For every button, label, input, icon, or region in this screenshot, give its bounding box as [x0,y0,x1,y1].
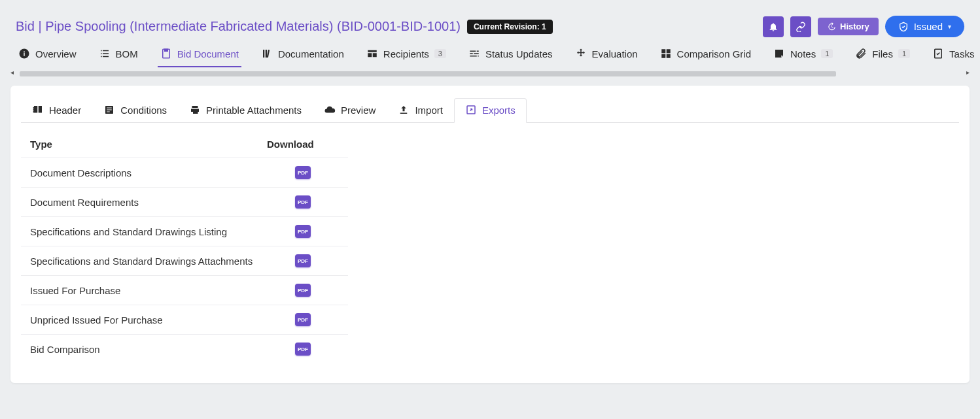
link-icon [796,22,806,32]
book-icon [32,104,44,116]
tab-bom[interactable]: BOM [96,44,141,67]
subtab-exports[interactable]: Exports [454,98,527,123]
sliders-icon [468,48,480,59]
tab-overview[interactable]: Overview [16,44,79,67]
issued-icon [898,22,909,32]
export-download-cell: PDF [267,254,339,267]
tab-status-updates[interactable]: Status Updates [466,44,555,67]
tab-evaluation[interactable]: Evaluation [572,44,640,67]
history-button[interactable]: History [818,18,879,35]
export-row: Unpriced Issued For PurchasePDF [21,305,348,334]
export-table: Type Download Document DescriptionsPDFDo… [21,135,348,363]
note-icon [773,48,785,59]
export-type: Specifications and Standard Drawings Lis… [30,226,267,237]
recipients-count: 3 [434,49,446,58]
tab-files[interactable]: Files 1 [852,44,913,67]
col-type-header: Type [30,139,267,150]
pdf-download-button[interactable]: PDF [295,195,311,209]
export-row: Bid ComparisonPDF [21,334,348,363]
pdf-download-button[interactable]: PDF [295,166,311,179]
revision-badge: Current Revision: 1 [467,20,553,34]
move-icon [575,48,587,59]
export-type: Specifications and Standard Drawings Att… [30,256,267,267]
content-panel: Header Conditions Printable Attachments … [10,86,970,383]
subtab-printable-attachments[interactable]: Printable Attachments [178,98,313,123]
attachment-icon [855,48,867,59]
svg-rect-2 [164,49,167,51]
issued-button[interactable]: Issued ▾ [885,16,964,37]
chevron-down-icon: ▾ [948,23,951,30]
subtab-header[interactable]: Header [21,98,92,123]
library-icon [261,48,273,59]
history-label: History [840,22,869,31]
export-row: Document RequirementsPDF [21,187,348,216]
form-icon [103,104,115,116]
upload-icon [398,104,410,116]
page-title: Bid | Pipe Spooling (Intermediate Fabric… [16,19,461,34]
export-type: Document Descriptions [30,167,267,178]
printer-icon [189,104,201,116]
issued-label: Issued [914,21,943,32]
export-download-cell: PDF [267,225,339,238]
export-table-header: Type Download [21,135,348,158]
export-icon [465,104,477,116]
cloud-icon [324,104,336,116]
checklist-icon [932,48,944,59]
export-download-cell: PDF [267,166,339,179]
notes-count: 1 [821,49,833,58]
export-download-cell: PDF [267,343,339,356]
history-icon [827,22,836,31]
export-download-cell: PDF [267,313,339,326]
list-icon [99,48,111,59]
tab-scrollbar[interactable]: ◂ ▸ [13,70,967,78]
export-type: Document Requirements [30,197,267,208]
subtab-conditions[interactable]: Conditions [92,98,178,123]
export-row: Specifications and Standard Drawings Lis… [21,216,348,246]
export-type: Issued For Purchase [30,285,267,296]
tab-tasks[interactable]: Tasks [930,44,977,67]
export-type: Unpriced Issued For Purchase [30,314,267,326]
files-count: 1 [898,49,910,58]
grid-icon [660,48,672,59]
scroll-left-icon: ◂ [10,69,14,76]
tab-notes[interactable]: Notes 1 [771,44,835,67]
col-download-header: Download [267,139,339,150]
tab-bid-document[interactable]: Bid Document [158,44,241,67]
tab-recipients[interactable]: Recipients 3 [364,44,449,67]
sub-tabs: Header Conditions Printable Attachments … [21,97,959,123]
bell-icon [768,22,779,32]
scroll-thumb[interactable] [20,71,836,76]
tab-documentation[interactable]: Documentation [258,44,347,67]
link-button[interactable] [790,16,811,37]
table-icon [366,48,378,59]
subtab-preview[interactable]: Preview [313,98,387,123]
tab-comparison-grid[interactable]: Comparison Grid [657,44,754,67]
export-row: Document DescriptionsPDF [21,158,348,187]
export-row: Specifications and Standard Drawings Att… [21,246,348,275]
notifications-button[interactable] [763,16,784,37]
header-bar: Bid | Pipe Spooling (Intermediate Fabric… [0,0,980,44]
pdf-download-button[interactable]: PDF [295,254,311,267]
scroll-right-icon: ▸ [966,69,970,76]
pdf-download-button[interactable]: PDF [295,225,311,238]
export-download-cell: PDF [267,195,339,209]
export-row: Issued For PurchasePDF [21,275,348,305]
pdf-download-button[interactable]: PDF [295,313,311,326]
info-icon [18,48,30,59]
pdf-download-button[interactable]: PDF [295,343,311,356]
subtab-import[interactable]: Import [387,98,454,123]
main-tabs: Overview BOM Bid Document Documentation … [0,44,980,70]
export-type: Bid Comparison [30,344,267,355]
pdf-download-button[interactable]: PDF [295,284,311,297]
document-icon [160,48,172,59]
export-download-cell: PDF [267,284,339,297]
